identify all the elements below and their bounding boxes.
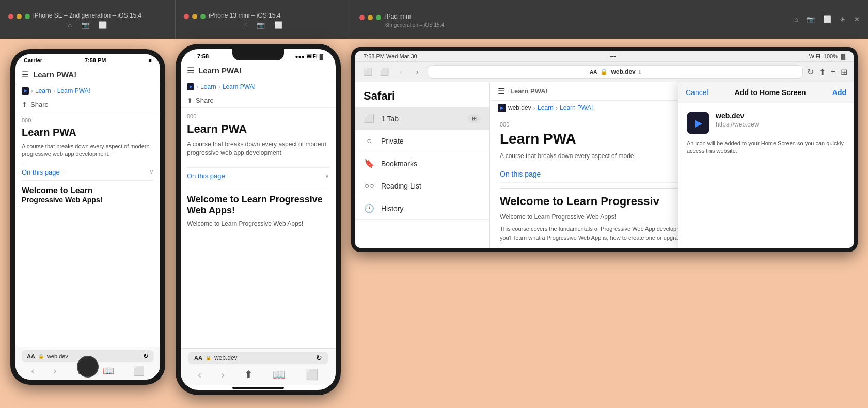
i13-battery-icon: ▓ <box>320 54 323 59</box>
ipad-hamburger-icon[interactable]: ☰ <box>498 86 505 96</box>
close-icon-ipad[interactable]: ✕ <box>854 15 860 23</box>
se-nav-bar: ☰ Learn PWA! <box>15 66 160 84</box>
rotate-icon-13[interactable]: ⬜ <box>274 21 282 29</box>
se-bookmarks-btn[interactable]: 📖 <box>103 365 114 376</box>
i13-breadcrumb-current[interactable]: Learn PWA! <box>223 83 256 90</box>
hamburger-icon-se[interactable]: ☰ <box>22 70 29 80</box>
history-icon: 🕐 <box>364 203 375 213</box>
se-on-this-page-label: On this page <box>22 168 60 176</box>
i13-share-btn[interactable]: ⬆ <box>244 368 253 381</box>
overlay-cancel-btn[interactable]: Cancel <box>686 88 708 97</box>
i13-tabs-btn[interactable]: ⬜ <box>306 368 319 381</box>
overlay-site-name: web.dev <box>716 112 845 120</box>
sim-dots-13 <box>184 14 206 19</box>
se-breadcrumb-current[interactable]: Learn PWA! <box>57 87 90 95</box>
ipad-tabs-btn[interactable]: ⊞ <box>841 67 847 77</box>
i13-breadcrumb-learn[interactable]: Learn <box>200 83 216 90</box>
se-reload-icon[interactable]: ↻ <box>143 352 149 360</box>
i13-on-this-page[interactable]: On this page ∨ <box>187 167 329 184</box>
overlay-body: ▶ web.dev https://web.dev/ An icon will … <box>678 103 854 164</box>
ipad-battery-icon: ▓ <box>841 53 845 59</box>
screenshot-icon-13[interactable]: 📷 <box>257 21 265 29</box>
i13-share-bar: ⬆ Share <box>181 93 336 108</box>
se-back-btn[interactable]: ‹ <box>31 366 35 376</box>
ipad-status-time: 7:58 PM Wed Mar 30 <box>364 53 417 59</box>
ipad-breadcrumb-current[interactable]: Learn PWA! <box>560 104 593 112</box>
se-share-icon[interactable]: ⬆ <box>22 101 27 108</box>
ipad-breadcrumb-learn[interactable]: Learn <box>538 104 554 112</box>
i13-article-body: 000 Learn PWA A course that breaks down … <box>181 108 336 348</box>
i13-forward-btn[interactable]: › <box>221 369 225 381</box>
add-to-home-overlay: Cancel Add to Home Screen Add ▶ web.dev … <box>678 82 854 248</box>
history-label: History <box>381 205 404 213</box>
sidebar-history-item[interactable]: 🕐 History <box>355 197 489 220</box>
i13-reload-icon[interactable]: ↻ <box>316 354 322 362</box>
device-name-ipad: iPad mini <box>385 13 444 20</box>
i13-breadcrumb: ▶ › Learn › Learn PWA! <box>181 80 336 93</box>
sidebar-reading-list-item[interactable]: ○○ Reading List <box>355 175 489 197</box>
private-label: Private <box>381 137 404 145</box>
iphone-13-screen: 7:58 ●●● WiFi ▓ ☰ Learn PWA! ▶ › Learn ›… <box>181 49 336 390</box>
brightness-icon-ipad[interactable]: ☀ <box>840 15 846 23</box>
ipad-status-bar: 7:58 PM Wed Mar 30 ••• WiFi 100% ▓ <box>355 51 854 62</box>
i13-share-label: Share <box>196 97 214 104</box>
sidebar-tab-item[interactable]: ⬜ 1 Tab ⊞ <box>355 107 489 130</box>
overlay-site-url: https://web.dev/ <box>716 121 845 128</box>
se-aa-label[interactable]: AA <box>27 353 35 359</box>
se-tabs-btn[interactable]: ⬜ <box>133 365 145 376</box>
hamburger-icon-i13[interactable]: ☰ <box>187 66 194 75</box>
se-home-button[interactable] <box>77 356 99 378</box>
i13-aa-label[interactable]: AA <box>194 355 202 361</box>
screenshot-icon-se[interactable]: 📷 <box>81 21 89 29</box>
i13-time: 7:58 <box>193 53 209 59</box>
home-icon-13[interactable]: ⌂ <box>244 21 248 29</box>
ipad-more-icon[interactable]: ••• <box>610 53 617 59</box>
se-time: 7:58 PM <box>85 57 106 64</box>
screenshot-icon-ipad[interactable]: 📷 <box>807 15 815 23</box>
ipad-lock-icon: 🔒 <box>600 68 608 75</box>
i13-article-desc: A course that breaks down every aspect o… <box>187 140 329 158</box>
ipad-wifi-icon: WiFi <box>809 53 820 59</box>
se-forward-btn[interactable]: › <box>54 366 57 376</box>
se-carrier: Carrier <box>24 57 42 64</box>
i13-wifi-icon: WiFi <box>307 54 318 59</box>
se-on-this-page[interactable]: On this page ∨ <box>22 164 154 181</box>
ipad-on-this-page-label: On this page <box>500 170 541 178</box>
rotate-icon-ipad[interactable]: ⬜ <box>823 15 831 23</box>
se-article-body: 000 Learn PWA A course that breaks down … <box>15 112 160 347</box>
rotate-icon-se[interactable]: ⬜ <box>99 21 107 29</box>
dot-yellow <box>17 14 22 19</box>
toolbar-iphonese-section: iPhone SE – 2nd generation – iOS 15.4 ⌂ … <box>0 0 176 39</box>
ipad-add-btn[interactable]: + <box>831 67 835 76</box>
sidebar-bookmarks-item[interactable]: 🔖 Bookmarks <box>355 152 489 175</box>
i13-bookmarks-btn[interactable]: 📖 <box>273 368 286 381</box>
sidebar-private-item[interactable]: ○ Private <box>355 130 489 152</box>
ipad-reload-btn[interactable]: ↻ <box>807 67 814 77</box>
dot-green <box>25 14 30 19</box>
i13-nav-title: Learn PWA! <box>198 66 242 75</box>
i13-back-btn[interactable]: ‹ <box>198 369 201 381</box>
device-name-13: iPhone 13 mini – iOS 15.4 <box>209 12 280 19</box>
reading-list-icon: ○○ <box>364 181 375 191</box>
ipad-share-btn[interactable]: ⬆ <box>819 67 826 77</box>
dot-yellow-ipad <box>368 15 373 20</box>
i13-nav-bar: ☰ Learn PWA! <box>181 61 336 80</box>
i13-signal-icon: ●●● <box>295 54 305 59</box>
new-tab-btn[interactable]: ⬜ <box>378 66 390 78</box>
overlay-header: Cancel Add to Home Screen Add <box>678 82 854 103</box>
ipad-page-title: Learn PWA! <box>510 87 548 95</box>
ipad-address-bar[interactable]: AA 🔒 web.dev ℹ <box>428 65 803 79</box>
iphone-se-device: Carrier 7:58 PM ■ ☰ Learn PWA! ▶ › Learn… <box>10 49 165 385</box>
sidebar-toggle-btn[interactable]: ⬜ <box>361 66 374 78</box>
i13-section-title: Welcome to Learn Progressive Web Apps! <box>187 194 329 216</box>
overlay-add-btn[interactable]: Add <box>832 88 846 97</box>
se-breadcrumb-learn[interactable]: Learn <box>35 87 51 95</box>
i13-share-icon[interactable]: ⬆ <box>187 97 193 104</box>
i13-url-bar: AA 🔒 web.dev ↻ ‹ › ⬆ 📖 ⬜ <box>181 348 336 385</box>
back-btn[interactable]: ‹ <box>394 66 407 78</box>
home-icon-se[interactable]: ⌂ <box>68 21 72 29</box>
home-icon-ipad[interactable]: ⌂ <box>794 15 798 23</box>
tab-label: 1 Tab <box>381 115 399 123</box>
overlay-title: Add to Home Screen <box>735 88 806 97</box>
forward-btn-ipad[interactable]: › <box>411 66 423 78</box>
